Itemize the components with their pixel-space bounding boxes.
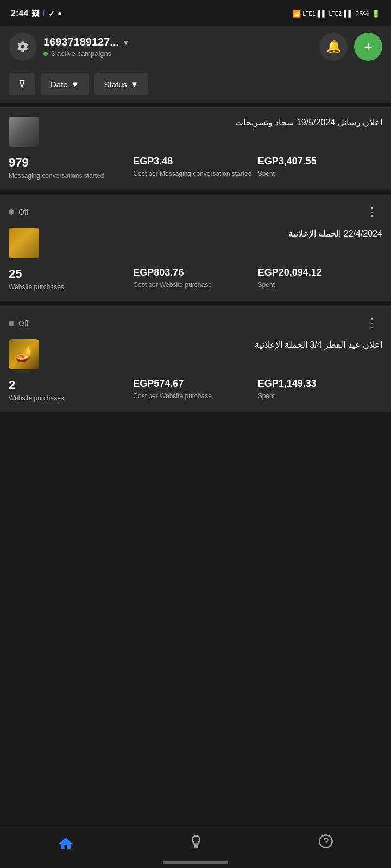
active-dot	[43, 52, 48, 56]
status-bar: 2:44 🖼 f ✓ • 📶 LTE1 ▌▌ LTE2 ▌▌ 25% 🔋	[0, 0, 391, 26]
status-text-3: Off	[18, 319, 28, 328]
check-icon: ✓	[48, 9, 55, 18]
campaign-card-1: اعلان رسائل 19/5/2024 سجاد وتسريحات 979 …	[0, 107, 391, 189]
battery-icon: 🔋	[371, 10, 380, 18]
lantern-image: 🪔	[9, 339, 39, 369]
account-area: 16937189127... ▼ 3 active campaigns	[43, 36, 313, 58]
campaign-3-status: Off	[9, 319, 28, 328]
campaign-3-info: 🪔 اعلان عيد الفطر 3/4 الحملة الإعلانية	[9, 339, 382, 369]
campaign-2-header: Off ⋮	[9, 203, 382, 221]
purchases-2-label: Website purchases	[9, 283, 133, 292]
gold-image	[9, 228, 39, 258]
spent-2-label: Spent	[258, 281, 382, 290]
status-time: 2:44 🖼 f ✓ •	[11, 8, 61, 20]
date-filter-label: Date	[51, 80, 68, 89]
status-text-2: Off	[18, 208, 28, 216]
metric-purchases-2: 25 Website purchases	[9, 267, 133, 292]
spent-3-value: EGP1,149.33	[258, 378, 382, 390]
header: 16937189127... ▼ 3 active campaigns 🔔 +	[0, 26, 391, 67]
cost-purchase-2-label: Cost per Website purchase	[133, 281, 257, 290]
date-filter-button[interactable]: Date ▼	[41, 73, 89, 95]
spent-2-value: EGP20,094.12	[258, 267, 382, 279]
plus-icon: +	[364, 39, 372, 55]
metric-purchases-3: 2 Website purchases	[9, 378, 133, 403]
date-dropdown-icon: ▼	[71, 80, 79, 89]
metric-spent-2: EGP20,094.12 Spent	[258, 267, 382, 292]
status-filter-button[interactable]: Status ▼	[94, 73, 148, 95]
campaign-3-metrics: 2 Website purchases EGP574.67 Cost per W…	[9, 378, 382, 403]
photo-icon: 🖼	[31, 9, 39, 18]
purchases-2-value: 25	[9, 267, 133, 281]
metric-cost-per-conversation: EGP3.48 Cost per Messaging conversation …	[133, 156, 257, 181]
cost-conv-label: Cost per Messaging conversation started	[133, 170, 257, 178]
carpet-image	[9, 117, 39, 147]
metric-conversations: 979 Messaging conversations started	[9, 156, 133, 181]
signal2-icon: ▌▌	[344, 10, 353, 17]
campaign-2-name[interactable]: 22/4/2024 الحملة الإعلانية	[46, 228, 382, 240]
metric-cost-purchase-2: EGP803.76 Cost per Website purchase	[133, 267, 257, 292]
filter-bar: ⊽ Date ▼ Status ▼	[0, 67, 391, 103]
campaign-3-name[interactable]: اعلان عيد الفطر 3/4 الحملة الإعلانية	[46, 339, 382, 351]
help-nav-button[interactable]	[301, 829, 351, 857]
lte2-label: LTE2	[329, 11, 342, 17]
gear-icon	[16, 40, 29, 53]
filter-button[interactable]: ⊽	[9, 73, 35, 95]
status-filter-label: Status	[104, 80, 128, 89]
account-name-text: 16937189127...	[43, 36, 119, 48]
ideas-nav-button[interactable]	[171, 829, 221, 857]
campaign-2-metrics: 25 Website purchases EGP803.76 Cost per …	[9, 267, 382, 292]
cost-conv-value: EGP3.48	[133, 156, 257, 168]
campaign-3-thumb[interactable]: 🪔	[9, 339, 39, 369]
settings-button[interactable]	[9, 33, 37, 61]
signal1-icon: ▌▌	[318, 10, 327, 17]
purchases-3-label: Website purchases	[9, 394, 133, 403]
metric-spent-1: EGP3,407.55 Spent	[258, 156, 382, 181]
home-icon	[58, 835, 74, 852]
lte1-label: LTE1	[303, 11, 316, 17]
metric-cost-purchase-3: EGP574.67 Cost per Website purchase	[133, 378, 257, 403]
create-button[interactable]: +	[354, 33, 382, 61]
campaign-card-3: Off ⋮ 🪔 اعلان عيد الفطر 3/4 الحملة الإعل…	[0, 305, 391, 412]
cost-purchase-3-label: Cost per Website purchase	[133, 392, 257, 401]
campaign-2-info: 22/4/2024 الحملة الإعلانية	[9, 228, 382, 258]
gesture-bar	[163, 861, 228, 864]
active-campaigns-text: 3 active campaigns	[51, 49, 111, 58]
status-right: 📶 LTE1 ▌▌ LTE2 ▌▌ 25% 🔋	[292, 10, 380, 18]
campaign-2-menu-button[interactable]: ⋮	[362, 203, 382, 221]
help-icon	[318, 834, 333, 853]
time-text: 2:44	[11, 9, 28, 18]
battery-text: 25%	[355, 10, 369, 18]
bell-icon: 🔔	[326, 40, 341, 54]
campaign-1-name[interactable]: اعلان رسائل 19/5/2024 سجاد وتسريحات	[46, 117, 382, 129]
spent-1-value: EGP3,407.55	[258, 156, 382, 168]
campaign-1-info: اعلان رسائل 19/5/2024 سجاد وتسريحات	[9, 117, 382, 147]
dot-icon: •	[58, 8, 61, 20]
campaign-2-thumb[interactable]	[9, 228, 39, 258]
conversations-value: 979	[9, 156, 133, 170]
notifications-button[interactable]: 🔔	[319, 33, 348, 61]
filter-icon: ⊽	[18, 79, 26, 90]
cost-purchase-2-value: EGP803.76	[133, 267, 257, 279]
account-name[interactable]: 16937189127... ▼	[43, 36, 313, 48]
campaign-3-header: Off ⋮	[9, 314, 382, 333]
campaign-2-status: Off	[9, 208, 28, 216]
conversations-label: Messaging conversations started	[9, 172, 133, 181]
campaign-1-thumb[interactable]	[9, 117, 39, 147]
campaign-3-menu-button[interactable]: ⋮	[362, 314, 382, 333]
spent-1-label: Spent	[258, 170, 382, 178]
campaign-1-metrics: 979 Messaging conversations started EGP3…	[9, 156, 382, 181]
status-dot-2	[9, 209, 14, 215]
campaign-card-2: Off ⋮ 22/4/2024 الحملة الإعلانية 25 Webs…	[0, 194, 391, 301]
status-dropdown-icon: ▼	[130, 80, 138, 89]
wifi-icon: 📶	[292, 10, 301, 18]
cost-purchase-3-value: EGP574.67	[133, 378, 257, 390]
active-campaigns-row: 3 active campaigns	[43, 49, 313, 58]
status-dot-3	[9, 321, 14, 326]
purchases-3-value: 2	[9, 378, 133, 392]
bulb-icon	[188, 834, 204, 853]
home-nav-button[interactable]	[40, 831, 91, 856]
facebook-icon: f	[42, 9, 45, 18]
spent-3-label: Spent	[258, 392, 382, 401]
metric-spent-3: EGP1,149.33 Spent	[258, 378, 382, 403]
account-dropdown-arrow: ▼	[122, 38, 130, 47]
